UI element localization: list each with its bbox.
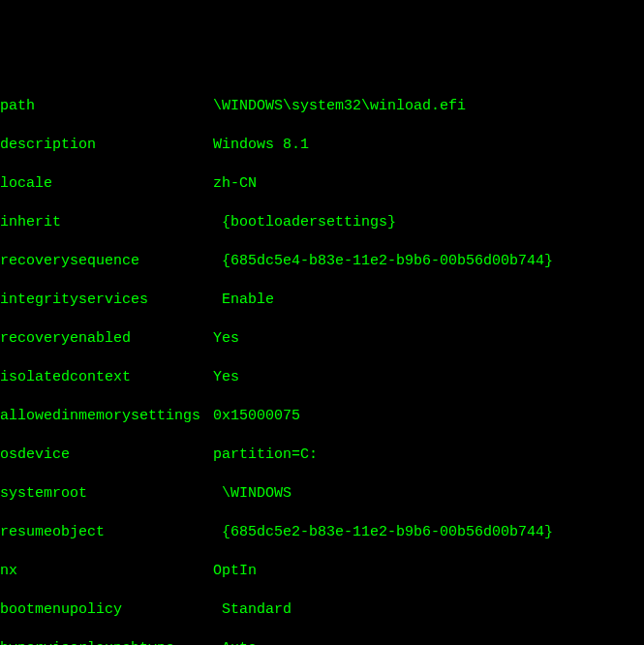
config-value: OptIn [213, 562, 257, 581]
config-key: recoverysequence [0, 252, 213, 271]
config-key: description [0, 136, 213, 155]
config-row: osdevicepartition=C: [0, 445, 644, 465]
config-key: nx [0, 562, 213, 581]
config-value: Auto [213, 639, 257, 645]
config-key: bootmenupolicy [0, 600, 213, 620]
config-row: recoveryenabledYes [0, 329, 644, 349]
config-key: osdevice [0, 445, 213, 465]
config-value: Yes [213, 368, 239, 387]
config-value: zh-CN [213, 174, 257, 194]
config-value: 0x15000075 [213, 407, 300, 426]
config-row: integrityservices Enable [0, 291, 644, 310]
config-row: nxOptIn [0, 562, 644, 581]
terminal-output: path\WINDOWS\system32\winload.efi descri… [0, 77, 644, 645]
config-value: \WINDOWS [213, 484, 291, 504]
config-key: inherit [0, 213, 213, 232]
config-value: {bootloadersettings} [213, 213, 396, 232]
config-key: path [0, 97, 213, 116]
config-key: isolatedcontext [0, 368, 213, 387]
config-row: descriptionWindows 8.1 [0, 136, 644, 155]
config-row: recoverysequence {685dc5e4-b83e-11e2-b9b… [0, 252, 644, 271]
config-row: isolatedcontextYes [0, 368, 644, 387]
config-value: Enable [213, 291, 274, 310]
config-key: hypervisorlaunchtype [0, 639, 213, 645]
config-row: systemroot \WINDOWS [0, 484, 644, 504]
config-row: path\WINDOWS\system32\winload.efi [0, 97, 644, 116]
config-key: allowedinmemorysettings [0, 407, 213, 426]
config-row: allowedinmemorysettings0x15000075 [0, 407, 644, 426]
config-key: recoveryenabled [0, 329, 213, 349]
config-value: {685dc5e4-b83e-11e2-b9b6-00b56d00b744} [213, 252, 553, 271]
config-key: systemroot [0, 484, 213, 504]
config-row: bootmenupolicy Standard [0, 600, 644, 620]
config-row: resumeobject {685dc5e2-b83e-11e2-b9b6-00… [0, 523, 644, 542]
config-value: {685dc5e2-b83e-11e2-b9b6-00b56d00b744} [213, 523, 553, 542]
config-value: Windows 8.1 [213, 136, 309, 155]
config-row: inherit {bootloadersettings} [0, 213, 644, 232]
config-value: Standard [213, 600, 291, 620]
config-key: locale [0, 174, 213, 194]
config-key: integrityservices [0, 291, 213, 310]
config-row: hypervisorlaunchtype Auto [0, 639, 644, 645]
config-row: localezh-CN [0, 174, 644, 194]
config-key: resumeobject [0, 523, 213, 542]
config-value: \WINDOWS\system32\winload.efi [213, 97, 466, 116]
config-value: partition=C: [213, 445, 318, 465]
config-value: Yes [213, 329, 239, 349]
